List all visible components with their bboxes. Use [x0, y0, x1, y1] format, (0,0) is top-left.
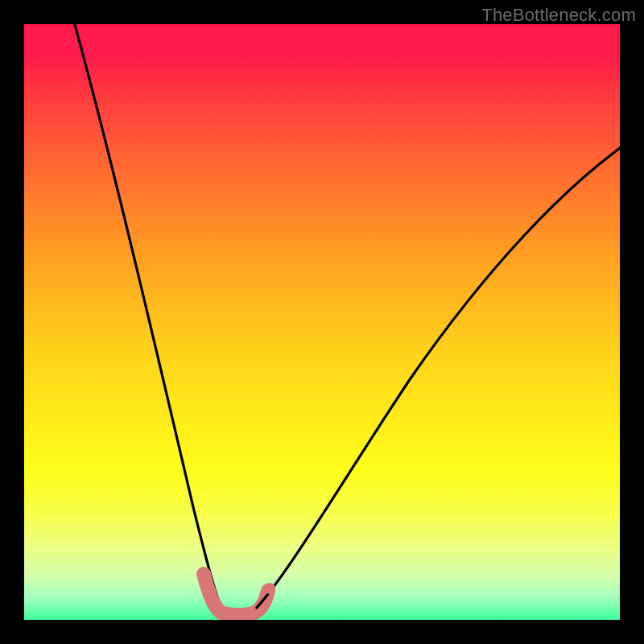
curve-right — [256, 137, 620, 609]
watermark-text: TheBottleneck.com — [481, 5, 636, 26]
marker-dot — [264, 583, 275, 594]
outer-frame: TheBottleneck.com — [0, 0, 644, 644]
marker-dot — [200, 568, 211, 580]
plot-area — [24, 24, 620, 620]
curve-layer — [24, 24, 620, 620]
curve-left — [72, 24, 221, 608]
